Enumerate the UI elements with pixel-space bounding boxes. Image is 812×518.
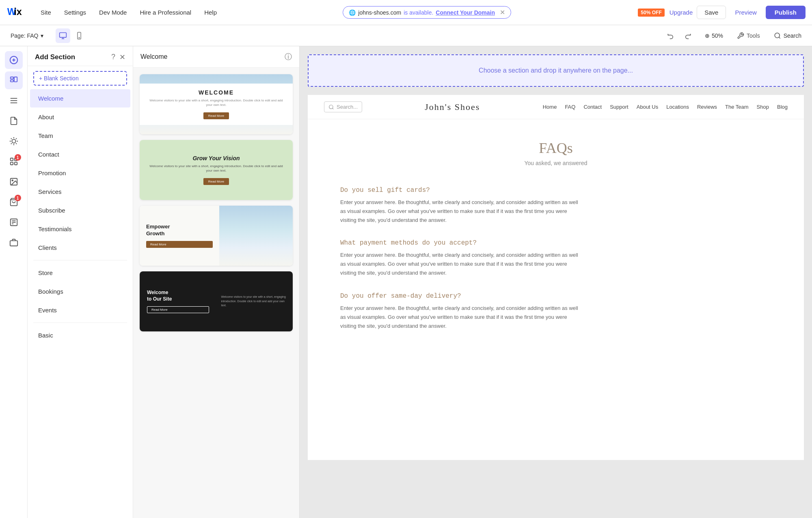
template-body-1: Welcome visitors to your site with a sho… [148,98,285,107]
template-card-1[interactable]: WELCOME Welcome visitors to your site wi… [140,74,293,134]
domain-bar[interactable]: 🌐 johns-shoes.com is available. Connect … [343,6,511,19]
svg-line-31 [333,108,334,109]
sidebar-item-media[interactable] [5,173,23,191]
section-category-store[interactable]: Store [30,264,130,282]
site-nav-support[interactable]: Support [610,104,628,110]
canvas-inner: Choose a section and drop it anywhere on… [300,46,812,468]
mobile-view-button[interactable] [72,28,86,43]
domain-name: johns-shoes.com [358,9,401,16]
connect-domain-link[interactable]: Connect Your Domain [436,9,495,16]
faq-answer-1: Enter your answer here. Be thoughtful, w… [340,198,584,225]
section-category-subscribe[interactable]: Subscribe [30,201,130,219]
zoom-icon: ⊕ [705,32,710,39]
site-nav-links: Home FAQ Contact Support About Us Locati… [543,104,788,110]
zoom-button[interactable]: ⊕ 50% [701,30,727,41]
section-category-team[interactable]: Team [30,127,130,145]
section-category-contact[interactable]: Contact [30,145,130,163]
faq-title: FAQs [340,140,771,157]
section-category-promotion[interactable]: Promotion [30,164,130,182]
preview-button[interactable]: Preview [730,6,761,19]
welcome-panel-header: Welcome ⓘ [133,46,299,68]
faq-answer-2: Enter your answer here. Be thoughtful, w… [340,251,584,277]
site-search[interactable]: Search... [324,101,362,112]
site-nav-the-team[interactable]: The Team [725,104,749,110]
blank-section-label: + Blank Section [39,75,79,82]
nav-help[interactable]: Help [199,6,222,18]
template-btn-4: Read More [147,306,209,313]
sidebar-item-sections[interactable] [5,71,23,89]
welcome-panel-info-icon[interactable]: ⓘ [285,52,292,62]
section-category-basic[interactable]: Basic [30,326,130,344]
sidebar-item-pages[interactable] [5,112,23,130]
secondbar: Page: FAQ ▾ [0,25,812,46]
site-nav-locations[interactable]: Locations [666,104,689,110]
upgrade-button[interactable]: Upgrade [669,9,693,16]
publish-button[interactable]: Publish [766,6,806,19]
apps-badge: 1 [15,154,21,161]
welcome-panel-title: Welcome [140,53,167,60]
marketplace-badge: 1 [15,195,21,201]
site-nav-about-us[interactable]: About Us [637,104,658,110]
page-selector[interactable]: Page: FAQ ▾ [6,30,48,41]
template-content-1: WELCOME Welcome visitors to your site wi… [140,84,293,125]
section-category-welcome[interactable]: Welcome [30,89,130,107]
site-nav-shop[interactable]: Shop [757,104,769,110]
section-category-clients[interactable]: Clients [30,239,130,257]
template-content-3: Empower Growth Read More [140,206,219,266]
sidebar-item-add[interactable] [5,51,23,69]
site-nav-reviews[interactable]: Reviews [697,104,717,110]
sidebar-item-menus[interactable] [5,92,23,110]
nav-site[interactable]: Site [35,6,57,18]
site-nav: Search... John's Shoes Home FAQ Contact … [308,95,804,119]
site-nav-faq[interactable]: FAQ [565,104,575,110]
tools-button[interactable]: Tools [733,30,764,41]
svg-point-22 [12,180,13,181]
site-nav-home[interactable]: Home [543,104,557,110]
section-category-testimonials[interactable]: Testimonials [30,220,130,238]
site-nav-contact[interactable]: Contact [583,104,602,110]
section-category-about[interactable]: About [30,108,130,126]
save-button[interactable]: Save [697,6,726,19]
nav-hire-professional[interactable]: Hire a Professional [134,6,197,18]
section-category-events[interactable]: Events [30,301,130,319]
close-panel-icon[interactable]: ✕ [119,53,125,62]
canvas-area: Choose a section and drop it anywhere on… [300,46,812,518]
nav-dev-mode[interactable]: Dev Mode [93,6,132,18]
search-placeholder: Search... [337,104,358,110]
page-name: Page: FAQ [11,32,38,39]
domain-available-text: is available. [404,9,433,16]
redo-button[interactable] [680,28,695,43]
sidebar-item-business[interactable] [5,234,23,251]
sidebar-item-blog[interactable] [5,213,23,231]
undo-button[interactable] [663,28,678,43]
search-button[interactable]: Search [770,30,806,41]
globe-icon: 🌐 [349,9,356,16]
close-domain-bar-icon[interactable]: ✕ [500,9,505,16]
nav-settings[interactable]: Settings [58,6,92,18]
wix-logo[interactable]: W ix [6,6,27,19]
svg-point-30 [329,105,333,108]
sidebar-item-marketplace[interactable]: 1 [5,193,23,211]
svg-rect-28 [10,241,17,246]
template-preview-3: Empower Growth Read More [140,206,293,266]
help-icon[interactable]: ? [111,53,115,62]
svg-text:ix: ix [14,6,22,17]
welcome-template-list: WELCOME Welcome visitors to your site wi… [133,68,299,518]
sidebar-item-apps[interactable]: 1 [5,153,23,170]
svg-rect-12 [14,77,17,82]
drop-zone[interactable]: Choose a section and drop it anywhere on… [308,54,804,87]
main-layout: 1 1 [0,46,812,518]
template-card-2[interactable]: Grow Your Vision Welcome visitors to you… [140,140,293,200]
template-card-3[interactable]: Empower Growth Read More [140,206,293,266]
section-category-services[interactable]: Services [30,183,130,201]
site-nav-blog[interactable]: Blog [777,104,788,110]
svg-point-4 [79,37,80,38]
svg-point-5 [775,33,780,38]
blank-section-button[interactable]: + Blank Section [33,71,127,86]
template-preview-1: WELCOME Welcome visitors to your site wi… [140,74,293,134]
svg-rect-11 [10,80,13,82]
section-category-bookings[interactable]: Bookings [30,282,130,301]
template-card-4[interactable]: Welcome to Our Site Read More Welcome vi… [140,271,293,331]
sidebar-item-theme[interactable] [5,132,23,150]
desktop-view-button[interactable] [56,28,70,43]
